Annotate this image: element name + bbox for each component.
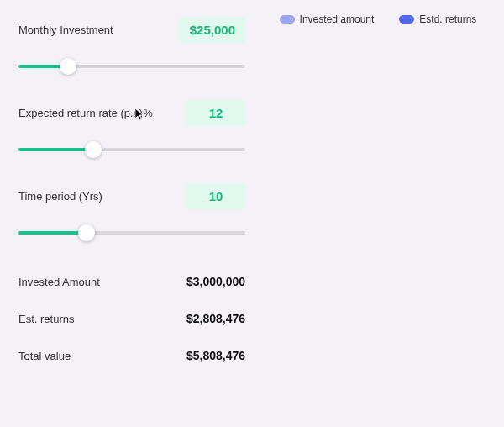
inputs-panel: Monthly Investment $25,000 Expected retu… bbox=[0, 0, 260, 427]
return-rate-label: Expected return rate (p.a)% bbox=[18, 107, 153, 119]
time-period-value[interactable]: 10 bbox=[186, 183, 245, 209]
donut-svg bbox=[286, 50, 470, 235]
invested-amount-row: Invested Amount $3,000,000 bbox=[18, 275, 245, 288]
invested-amount-label: Invested Amount bbox=[18, 276, 100, 288]
results-panel: Invested Amount $3,000,000 Est. returns … bbox=[18, 275, 245, 362]
legend-swatch-invested bbox=[280, 15, 295, 24]
slider-thumb[interactable] bbox=[78, 224, 95, 241]
monthly-investment-value[interactable]: $25,000 bbox=[180, 17, 245, 43]
legend-invested-label: Invested amount bbox=[300, 13, 375, 25]
chart-legend: Invested amount Estd. returns bbox=[280, 13, 477, 25]
est-returns-row: Est. returns $2,808,476 bbox=[18, 312, 245, 325]
time-period-slider[interactable] bbox=[18, 224, 245, 241]
time-period-label: Time period (Yrs) bbox=[18, 190, 102, 203]
est-returns-value: $2,808,476 bbox=[186, 312, 245, 325]
slider-thumb[interactable] bbox=[60, 58, 76, 75]
time-period-group: Time period (Yrs) 10 bbox=[18, 183, 245, 241]
monthly-investment-label: Monthly Investment bbox=[18, 24, 113, 36]
legend-swatch-returns bbox=[399, 15, 414, 24]
return-rate-group: Expected return rate (p.a)% 12 bbox=[18, 100, 245, 158]
slider-thumb[interactable] bbox=[85, 141, 102, 158]
legend-returns: Estd. returns bbox=[399, 13, 476, 25]
return-rate-slider[interactable] bbox=[18, 141, 245, 158]
monthly-investment-slider[interactable] bbox=[18, 58, 245, 75]
chart-panel: Invested amount Estd. returns bbox=[260, 0, 504, 427]
monthly-investment-group: Monthly Investment $25,000 bbox=[18, 17, 245, 75]
invested-amount-value: $3,000,000 bbox=[186, 275, 245, 288]
est-returns-label: Est. returns bbox=[18, 313, 74, 325]
total-value-label: Total value bbox=[18, 350, 71, 362]
return-rate-value[interactable]: 12 bbox=[186, 100, 245, 126]
total-value-value: $5,808,476 bbox=[186, 349, 245, 362]
total-value-row: Total value $5,808,476 bbox=[18, 349, 245, 362]
donut-chart bbox=[286, 50, 470, 235]
legend-invested: Invested amount bbox=[280, 13, 375, 25]
legend-returns-label: Estd. returns bbox=[419, 13, 476, 25]
